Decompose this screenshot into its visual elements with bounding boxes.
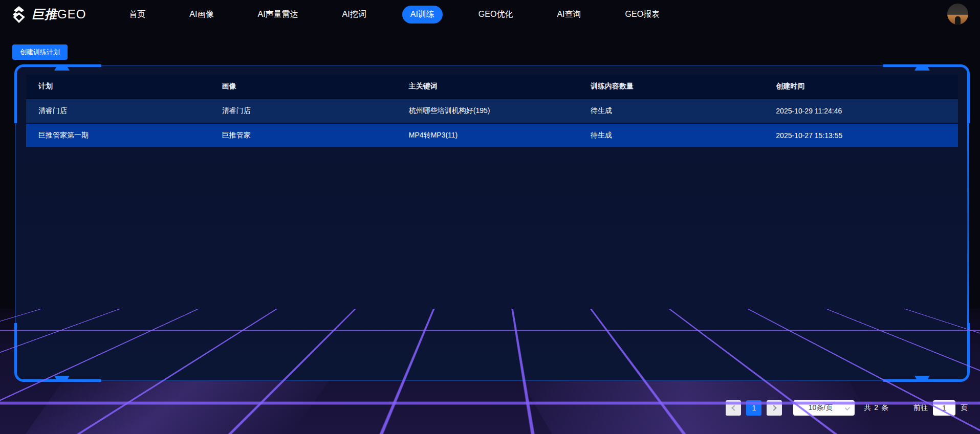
table-cell: 巨推管家第一期	[26, 131, 210, 140]
table-header-row: 计划画像主关键词训练内容数量创建时间	[26, 75, 958, 98]
chevron-left-icon	[731, 405, 737, 410]
nav-item-AI查询[interactable]: AI查询	[549, 6, 589, 24]
table-cell: 待生成	[578, 131, 764, 140]
table-row[interactable]: 巨推管家第一期巨推管家MP4转MP3(11)待生成2025-10-27 15:1…	[26, 123, 958, 147]
nav-item-AI画像[interactable]: AI画像	[181, 6, 222, 24]
brand-logo-icon	[10, 6, 28, 23]
table-row[interactable]: 清睿门店清睿门店杭州哪些培训机构好(195)待生成2025-10-29 11:2…	[26, 98, 958, 123]
nav-item-AI训练[interactable]: AI训练	[402, 6, 443, 24]
frame-corner-bottom-left	[14, 323, 101, 382]
nav-item-GEO报表[interactable]: GEO报表	[617, 6, 668, 24]
column-header: 创建时间	[764, 82, 958, 91]
table-cell: 2025-10-27 15:13:55	[764, 131, 958, 140]
table-cell: MP4转MP3(11)	[397, 131, 578, 140]
table-cell: 巨推管家	[210, 131, 397, 140]
page-size-select[interactable]: 10条/页	[793, 400, 855, 416]
brand-name-en: GEO	[57, 7, 86, 21]
page-size-value: 10条/页	[809, 403, 840, 413]
column-header: 训练内容数量	[578, 82, 764, 91]
main-nav: 首页AI画像AI声量雷达AI挖词AI训练GEO优化AI查询GEO报表	[121, 6, 668, 24]
column-header: 计划	[26, 82, 210, 91]
table-body: 清睿门店清睿门店杭州哪些培训机构好(195)待生成2025-10-29 11:2…	[26, 98, 958, 147]
page-number-button[interactable]: 1	[746, 400, 761, 416]
brand-logo[interactable]: 巨推 GEO	[10, 6, 86, 23]
total-count-label: 共 2 条	[864, 403, 889, 413]
table-cell: 清睿门店	[210, 106, 397, 116]
frame-edge-right	[967, 115, 969, 332]
table-cell: 杭州哪些培训机构好(195)	[397, 106, 578, 116]
brand-name-cn: 巨推	[32, 6, 57, 22]
training-plan-panel: 计划画像主关键词训练内容数量创建时间 清睿门店清睿门店杭州哪些培训机构好(195…	[15, 65, 969, 381]
table-cell: 2025-10-29 11:24:46	[764, 107, 958, 115]
prev-page-button[interactable]	[726, 400, 741, 416]
nav-item-首页[interactable]: 首页	[121, 6, 154, 24]
table-cell: 待生成	[578, 106, 764, 116]
training-plan-table: 计划画像主关键词训练内容数量创建时间 清睿门店清睿门店杭州哪些培训机构好(195…	[26, 75, 958, 147]
nav-item-GEO优化[interactable]: GEO优化	[470, 6, 521, 24]
goto-prefix-label: 前往	[913, 403, 928, 413]
user-avatar[interactable]	[947, 4, 968, 25]
goto-suffix-label: 页	[961, 403, 968, 413]
chevron-down-icon	[845, 405, 850, 410]
top-navigation-bar: 巨推 GEO 首页AI画像AI声量雷达AI挖词AI训练GEO优化AI查询GEO报…	[0, 0, 980, 29]
chevron-right-icon	[771, 405, 776, 410]
next-page-button[interactable]	[767, 400, 782, 416]
column-header: 画像	[210, 82, 397, 91]
table-cell: 清睿门店	[26, 106, 210, 116]
create-training-plan-button[interactable]: 创建训练计划	[12, 44, 68, 60]
goto-page-input[interactable]	[933, 400, 955, 416]
frame-corner-bottom-right	[883, 323, 970, 382]
nav-item-AI挖词[interactable]: AI挖词	[334, 6, 375, 24]
goto-page-group: 前往 页	[913, 400, 968, 416]
pagination: 1 10条/页 共 2 条 前往 页	[726, 400, 968, 416]
column-header: 主关键词	[397, 82, 578, 91]
nav-item-AI声量雷达[interactable]: AI声量雷达	[249, 6, 306, 24]
